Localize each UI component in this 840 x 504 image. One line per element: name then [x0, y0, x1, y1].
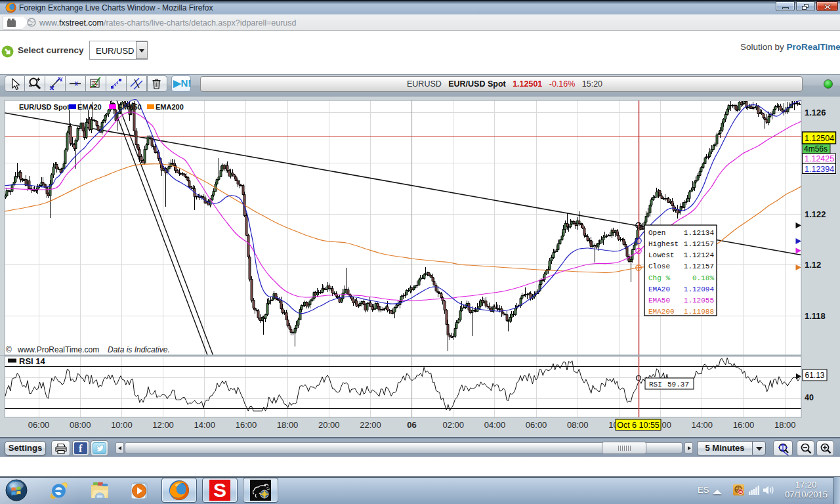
- svg-text:EMA200: EMA200: [156, 103, 184, 111]
- svg-text:EMA50: EMA50: [648, 297, 670, 304]
- svg-text:02:00: 02:00: [443, 420, 465, 430]
- svg-text:Lowest: Lowest: [648, 251, 675, 259]
- svg-text:16:00: 16:00: [733, 420, 755, 430]
- svg-text:EMA20: EMA20: [648, 285, 670, 293]
- svg-text:Open: Open: [648, 229, 665, 237]
- svg-text:08:00: 08:00: [70, 420, 91, 430]
- svg-text:14:00: 14:00: [194, 420, 216, 430]
- svg-text:1.12504: 1.12504: [805, 134, 834, 143]
- svg-text:59.37: 59.37: [667, 381, 689, 388]
- svg-text:EMA20: EMA20: [77, 103, 102, 111]
- svg-text:1.126: 1.126: [805, 108, 826, 117]
- svg-text:RSI: RSI: [649, 381, 662, 388]
- svg-text:18:00: 18:00: [277, 420, 299, 430]
- svg-text:10:00: 10:00: [111, 420, 133, 430]
- svg-text:1.12124: 1.12124: [684, 251, 715, 259]
- svg-text:04:00: 04:00: [484, 420, 506, 430]
- svg-text:14:00: 14:00: [692, 420, 713, 430]
- svg-text:08:00: 08:00: [567, 420, 589, 430]
- svg-text:RSI 14: RSI 14: [19, 356, 46, 366]
- svg-text:1.12425: 1.12425: [805, 154, 834, 163]
- svg-text:Highest: Highest: [648, 240, 679, 248]
- svg-text:1.12157: 1.12157: [684, 262, 714, 270]
- svg-text:4m56s: 4m56s: [804, 144, 828, 154]
- svg-text:1.118: 1.118: [805, 311, 826, 321]
- svg-text:18:00: 18:00: [774, 420, 796, 430]
- svg-text:EUR/USD Spot: EUR/USD Spot: [19, 103, 70, 111]
- svg-text:12:00: 12:00: [152, 420, 174, 430]
- svg-text:06:00: 06:00: [28, 420, 50, 430]
- svg-text:Oct 6 10:55: Oct 6 10:55: [617, 421, 660, 430]
- svg-text:EMA50: EMA50: [117, 103, 142, 111]
- svg-text:1.12: 1.12: [805, 260, 821, 270]
- svg-text:Close: Close: [648, 262, 670, 270]
- svg-text:©: ©: [6, 345, 12, 354]
- svg-text:06:00: 06:00: [526, 420, 547, 430]
- svg-text:1.11988: 1.11988: [684, 308, 714, 316]
- svg-text:1.12055: 1.12055: [684, 297, 714, 304]
- svg-text:1.12094: 1.12094: [684, 285, 715, 293]
- svg-text:06: 06: [407, 420, 416, 430]
- svg-text:20:00: 20:00: [318, 420, 340, 430]
- svg-text:16:00: 16:00: [236, 420, 257, 430]
- svg-text:1.12394: 1.12394: [805, 165, 834, 174]
- svg-text:www.ProRealTime.com: www.ProRealTime.com: [17, 345, 99, 354]
- svg-text:EMA200: EMA200: [648, 308, 675, 316]
- svg-text:1.122: 1.122: [805, 209, 826, 219]
- svg-text:0.18%: 0.18%: [692, 274, 714, 282]
- svg-text:61.13: 61.13: [805, 371, 825, 380]
- svg-text:22:00: 22:00: [360, 420, 381, 430]
- svg-text:1.12157: 1.12157: [684, 240, 714, 248]
- svg-text:1.12134: 1.12134: [684, 229, 715, 237]
- svg-text:Data is Indicative.: Data is Indicative.: [108, 345, 170, 354]
- svg-text:Chg %: Chg %: [648, 274, 670, 282]
- svg-text:40: 40: [805, 393, 814, 402]
